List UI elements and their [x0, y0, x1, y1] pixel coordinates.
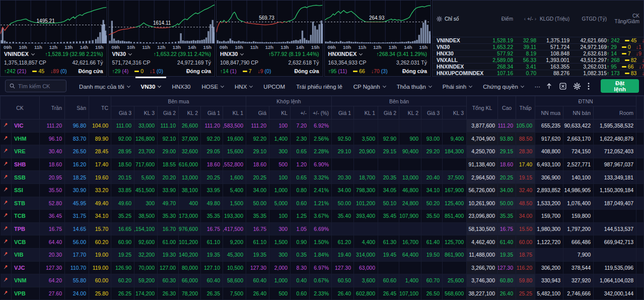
tran-VIC[interactable]: 111.20: [40, 119, 65, 133]
sg2-SSB[interactable]: 20.35: [378, 171, 399, 184]
g1-VPB[interactable]: 26.35: [201, 287, 223, 300]
sk3-VCB[interactable]: 125,700: [443, 235, 467, 249]
g3-SSB[interactable]: 20.15: [111, 171, 134, 184]
g2-SHB[interactable]: 18.55: [158, 158, 179, 171]
pct-VCB[interactable]: 1.50%: [310, 235, 332, 249]
kebab-menu-icon[interactable]: [588, 83, 590, 90]
san-TCB[interactable]: 31.75: [65, 210, 89, 223]
tran-VCB[interactable]: 64.40: [40, 235, 65, 249]
index-row-HNXUPCOMINDEX[interactable]: HNXUPCOMINDEX107.160.7088.2761,082.315↑ …: [433, 70, 643, 76]
stock-row-SSB[interactable]: SSB20.9518.2519.6020.155,60020.2013,0002…: [1, 171, 644, 184]
pct-SSB[interactable]: 3.32%: [310, 171, 332, 184]
sg3-VCB[interactable]: 61.40: [421, 235, 443, 249]
g2-TPB[interactable]: 16.70: [158, 222, 179, 235]
sg1-SSI[interactable]: 34.00: [332, 184, 354, 197]
k1-TPB[interactable]: 3,417,500: [223, 222, 246, 235]
kl-SSI[interactable]: 1,000: [269, 184, 291, 197]
g3-VJC[interactable]: 126.90: [111, 261, 134, 274]
k3-STB[interactable]: 300: [134, 197, 158, 210]
sk2-VPB[interactable]: 107,100: [399, 287, 421, 300]
sg1-VPB[interactable]: 26.40: [332, 287, 354, 300]
k2-VIC[interactable]: 26,600: [179, 119, 201, 133]
sk1-VPB[interactable]: 602,800: [354, 287, 378, 300]
sk3-STB[interactable]: 125,400: [443, 197, 467, 210]
sk2-TPB[interactable]: [399, 222, 421, 235]
tab-danh-mục-của-tôi[interactable]: Danh mục của tôi: [74, 77, 135, 95]
san-VCB[interactable]: 56.00: [65, 235, 89, 249]
g3-VIB[interactable]: 19.25: [111, 248, 134, 261]
san-SSB[interactable]: 18.25: [65, 171, 89, 184]
symbol-TPB[interactable]: TPB: [12, 222, 40, 235]
sg1-VIB[interactable]: 19.40: [332, 248, 354, 261]
sg2-VIC[interactable]: [378, 119, 399, 133]
chg-VJC[interactable]: 8.30: [291, 261, 310, 274]
sg1-VIC[interactable]: [332, 119, 354, 133]
g3-VIC[interactable]: 111.00: [111, 119, 134, 133]
sg2-VNM[interactable]: 60.60: [378, 274, 399, 287]
index-name-VN30[interactable]: VN30: [112, 51, 132, 57]
pin-SSI[interactable]: [1, 184, 12, 197]
pin-VNM[interactable]: [1, 274, 12, 287]
g1-VJC[interactable]: 127.10: [201, 261, 223, 274]
k2-SSB[interactable]: 13,000: [179, 171, 201, 184]
k1-VIC[interactable]: 1,583,500: [223, 119, 246, 133]
sk2-VIC[interactable]: [399, 119, 421, 133]
symbol-VPB[interactable]: VPB: [12, 287, 40, 300]
chg-VPB[interactable]: 0.60: [291, 287, 310, 300]
g1-TPB[interactable]: 16.75: [201, 222, 223, 235]
sk2-STB[interactable]: 24,800: [399, 197, 421, 210]
g1-VIB[interactable]: 19.35: [201, 248, 223, 261]
sk3-VNM[interactable]: 25,600: [443, 274, 467, 287]
kl-TCB[interactable]: 100: [269, 210, 291, 223]
sk1-VCB[interactable]: 4,400: [354, 235, 378, 249]
k3-SSB[interactable]: 5,600: [134, 171, 158, 184]
chg-VNM[interactable]: 0.40: [291, 274, 310, 287]
sk3-VIC[interactable]: [443, 119, 467, 133]
pin-VPB[interactable]: [1, 287, 12, 300]
index-row-VNINDEX[interactable]: VNINDEX1,528.1932.981,375.11942,621.660↑…: [433, 37, 643, 44]
chg-VCB[interactable]: 0.90: [291, 235, 310, 249]
tc-VIB[interactable]: 19.00: [89, 248, 111, 261]
index-name-HNX30[interactable]: HNX30: [220, 51, 243, 57]
chg-VRE[interactable]: 0.65: [291, 145, 310, 158]
pct-VPB[interactable]: 2.33%: [310, 287, 332, 300]
pin-STB[interactable]: [1, 197, 12, 210]
tab-trái-phiếu-riêng-lẻ[interactable]: Trái phiếu riêng lẻ: [291, 77, 348, 95]
tran-VIB[interactable]: 20.30: [40, 248, 65, 261]
symbol-VCB[interactable]: VCB: [12, 235, 40, 249]
kl-VJC[interactable]: 2,000: [269, 261, 291, 274]
gia-SSI[interactable]: 34.00: [246, 184, 269, 197]
tab-hnx30[interactable]: HNX30: [166, 77, 196, 95]
chg-TPB[interactable]: 1.05: [291, 222, 310, 235]
sg1-SHB[interactable]: [332, 158, 354, 171]
g2-VIC[interactable]: 111.10: [158, 119, 179, 133]
index-row-HNXINDEX[interactable]: HNXINDEX268.343.41163.3553,262.031↑ 9566…: [433, 64, 643, 70]
sk3-SSB[interactable]: 37,500: [443, 171, 467, 184]
sk2-SSB[interactable]: 13,000: [399, 171, 421, 184]
chg-VIB[interactable]: 0.35: [291, 248, 310, 261]
san-VPB[interactable]: 24.00: [65, 287, 89, 300]
chg-SSI[interactable]: 0.80: [291, 184, 310, 197]
tab-upcom[interactable]: UPCOM: [258, 77, 291, 95]
stock-row-VJC[interactable]: VJC127.30110.70119.00126.9070,000127.008…: [1, 261, 644, 274]
kl-VNM[interactable]: 1,000: [269, 274, 291, 287]
sg3-TCB[interactable]: 35.50: [421, 210, 443, 223]
k2-VPB[interactable]: 78,200: [179, 287, 201, 300]
chg-STB[interactable]: 0.60: [291, 197, 310, 210]
gia-VNM[interactable]: 60.40: [246, 274, 269, 287]
kl-SHB[interactable]: 500: [269, 158, 291, 171]
gia-VHM[interactable]: 92.20: [246, 132, 269, 145]
tran-SSB[interactable]: 20.95: [40, 171, 65, 184]
stock-row-VPB[interactable]: VPB27.6024.0025.8026.25174,20026.3078,20…: [1, 287, 644, 300]
tab-thỏa-thuận[interactable]: Thỏa thuận: [391, 77, 437, 95]
pct-STB[interactable]: 1.21%: [310, 197, 332, 210]
gia-TCB[interactable]: 35.35: [246, 210, 269, 223]
k3-VIB[interactable]: 32,200: [134, 248, 158, 261]
k2-TPB[interactable]: 1,976,600: [179, 222, 201, 235]
search-input[interactable]: [18, 83, 62, 89]
kl-STB[interactable]: 5,000: [269, 197, 291, 210]
sk2-VJC[interactable]: [399, 261, 421, 274]
chg-TCB[interactable]: 1.25: [291, 210, 310, 223]
g3-VNM[interactable]: 60.20: [111, 274, 134, 287]
sg1-VRE[interactable]: 29.10: [332, 145, 354, 158]
